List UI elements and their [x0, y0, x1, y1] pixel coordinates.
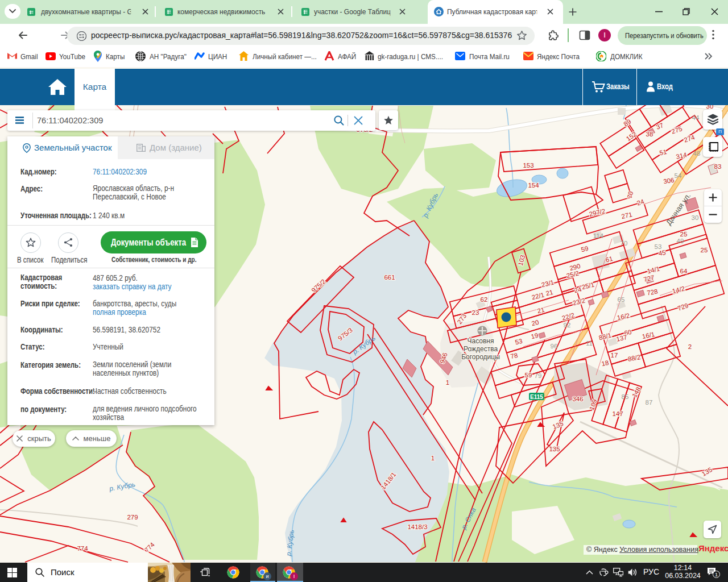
svg-text:23: 23 [472, 309, 479, 316]
svg-text:96: 96 [551, 343, 558, 350]
svg-text:661: 661 [384, 274, 395, 281]
svg-text:135: 135 [549, 446, 560, 452]
svg-text:45: 45 [658, 249, 667, 257]
svg-text:25: 25 [701, 247, 708, 253]
svg-text:87: 87 [646, 399, 653, 406]
svg-text:83: 83 [714, 163, 722, 170]
svg-text:44: 44 [692, 114, 700, 121]
svg-text:62: 62 [481, 296, 488, 303]
svg-text:54: 54 [675, 172, 682, 179]
svg-text:30: 30 [692, 214, 699, 221]
svg-text:38: 38 [646, 131, 653, 138]
svg-text:279: 279 [127, 514, 138, 521]
svg-text:48: 48 [693, 150, 701, 157]
svg-text:Рождества: Рождества [464, 345, 498, 353]
svg-text:79: 79 [535, 372, 542, 379]
svg-text:346: 346 [572, 396, 583, 402]
svg-text:154: 154 [528, 182, 539, 189]
svg-text:E115: E115 [530, 394, 543, 400]
svg-text:11: 11 [586, 340, 593, 347]
svg-text:774: 774 [77, 545, 88, 552]
svg-text:1: 1 [431, 455, 435, 462]
svg-text:92: 92 [564, 322, 571, 329]
svg-text:17: 17 [611, 352, 618, 359]
svg-text:85: 85 [622, 393, 629, 400]
svg-text:153: 153 [523, 162, 533, 169]
svg-text:25: 25 [680, 231, 688, 238]
svg-text:49: 49 [677, 238, 684, 244]
svg-text:65: 65 [618, 296, 625, 303]
svg-text:70: 70 [621, 240, 628, 247]
svg-text:Часовня: Часовня [468, 337, 494, 345]
svg-text:2: 2 [688, 343, 692, 350]
svg-text:1418/3: 1418/3 [407, 523, 427, 530]
svg-text:147: 147 [612, 410, 623, 417]
svg-text:114: 114 [593, 232, 604, 239]
svg-text:64: 64 [680, 268, 688, 275]
svg-text:1: 1 [446, 379, 449, 386]
svg-text:59: 59 [525, 372, 532, 379]
svg-text:Богородицы: Богородицы [461, 353, 500, 361]
svg-text:53: 53 [655, 243, 662, 250]
